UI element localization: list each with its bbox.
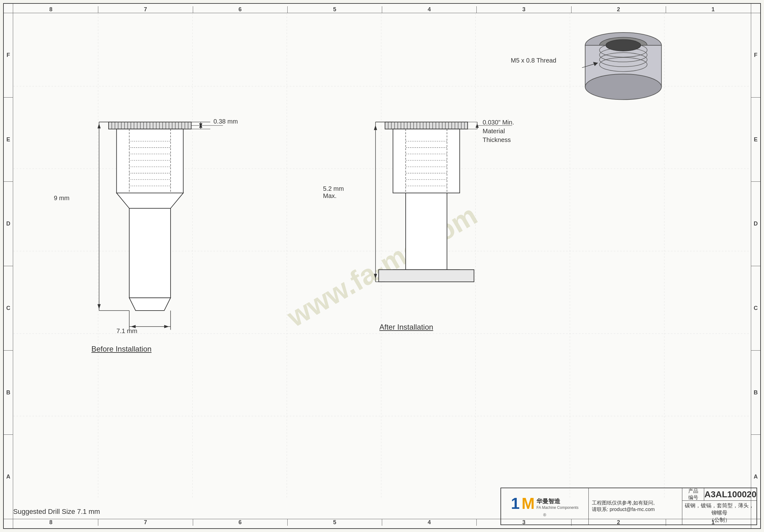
dimension-9mm: 9 mm [54,195,70,202]
svg-rect-97 [406,193,447,270]
logo-registered: ® [543,513,546,517]
svg-rect-94 [393,129,460,193]
svg-marker-56 [97,304,100,309]
svg-rect-42 [129,208,171,298]
title-right-area: 产品编号 A3AL100020 碳钢，镀镉，套筒型，薄头，铆螺母（公制） [682,488,756,524]
contact-line2: 请联系: product@fa-mc.com [592,506,679,513]
svg-point-127 [606,40,641,51]
logo-m: M [521,496,535,511]
svg-marker-113 [374,274,377,279]
logo: 1 M 华曼智造 FA Machine Components [511,496,579,511]
svg-marker-112 [374,125,377,130]
svg-rect-108 [379,270,474,282]
logo-text: 华曼智造 FA Machine Components [536,497,578,510]
svg-rect-38 [116,129,183,193]
thread-label: M5 x 0.8 Thread [511,57,556,64]
dimension-thickness: 0.030" Min.MaterialThickness [482,118,514,144]
svg-marker-41 [116,193,183,208]
part-number-row: 产品编号 A3AL100020 [682,488,756,501]
before-installation-label: Before Installation [92,345,151,353]
logo-cn: 华曼智造 [536,497,578,505]
logo-1: 1 [511,496,520,511]
drill-size-note: Suggested Drill Size 7.1 mm [13,508,100,516]
dimension-038mm: 0.38 mm [213,118,238,125]
contact-area: 工程图纸仅供参考,如有疑问, 请联系: product@fa-mc.com [589,488,682,524]
svg-marker-61 [164,325,169,328]
part-label: 产品编号 [682,488,704,500]
part-description: 碳钢，镀镉，套筒型，薄头，铆螺母（公制） [682,501,756,525]
after-installation-label: After Installation [379,323,433,332]
svg-point-122 [585,74,662,100]
part-number: A3AL100020 [704,488,756,500]
svg-marker-43 [129,298,171,311]
technical-drawing [4,4,760,528]
logo-area: 1 M 华曼智造 FA Machine Components ® [501,488,589,524]
dimension-71mm: 7.1 mm [116,328,137,334]
contact-line1: 工程图纸仅供参考,如有疑问, [592,500,679,506]
dimension-52mm: 5.2 mmMax. [323,185,344,200]
svg-marker-55 [97,124,100,128]
logo-en: FA Machine Components [536,505,578,510]
title-block: 1 M 华曼智造 FA Machine Components ® 工程图纸仅供参… [500,487,757,525]
